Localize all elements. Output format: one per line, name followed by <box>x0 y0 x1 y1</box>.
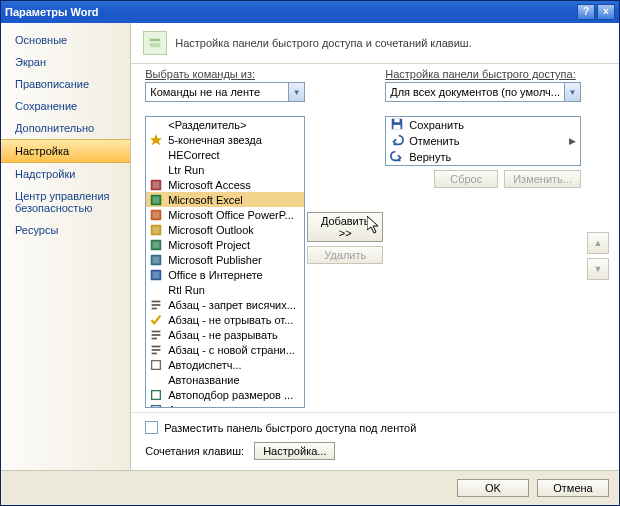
header: Настройка панели быстрого доступа и соче… <box>131 23 619 64</box>
blank-icon <box>148 148 164 162</box>
help-button[interactable]: ? <box>577 4 595 20</box>
titlebar: Параметры Word ? × <box>1 1 619 23</box>
blank-icon <box>148 118 164 132</box>
app-icon <box>148 223 164 237</box>
command-item[interactable]: Microsoft Access <box>146 177 304 192</box>
qat-item[interactable]: Вернуть <box>386 149 580 165</box>
add-button[interactable]: Добавить >> <box>307 212 383 242</box>
app-icon <box>148 268 164 282</box>
sidebar: ОсновныеЭкранПравописаниеСохранениеДопол… <box>1 23 131 470</box>
command-item[interactable]: Rtl Run <box>146 282 304 297</box>
command-item[interactable]: Абзац - не разрывать <box>146 327 304 342</box>
commands-listbox[interactable]: <Разделитель>5-конечная звездаHECorrectL… <box>145 116 305 408</box>
command-label: Абзац - не разрывать <box>168 329 277 341</box>
command-item[interactable]: HECorrect <box>146 147 304 162</box>
choose-from-value: Команды не на ленте <box>146 86 288 98</box>
ok-button[interactable]: OK <box>457 479 529 497</box>
command-item[interactable]: Автоподбор размеров ... <box>146 387 304 402</box>
svg-rect-17 <box>152 304 161 306</box>
chevron-down-icon[interactable]: ▼ <box>288 83 304 101</box>
customize-icon <box>143 31 167 55</box>
below-ribbon-checkbox[interactable] <box>145 421 158 434</box>
qat-listbox[interactable]: СохранитьОтменить▶Вернуть <box>385 116 581 166</box>
command-label: Rtl Run <box>168 284 205 296</box>
app-icon <box>148 208 164 222</box>
svg-rect-25 <box>152 360 161 369</box>
app-icon <box>148 178 164 192</box>
qat-scope-combo[interactable]: Для всех документов (по умолч... ▼ <box>385 82 581 102</box>
shortcuts-customize-button[interactable]: Настройка... <box>254 442 335 460</box>
svg-rect-23 <box>152 349 161 351</box>
choose-from-label: Выбрать команды из: <box>145 68 305 80</box>
svg-rect-30 <box>395 119 400 123</box>
command-item[interactable]: Microsoft Project <box>146 237 304 252</box>
move-up-button[interactable]: ▲ <box>587 232 609 254</box>
command-label: Microsoft Excel <box>168 194 243 206</box>
qat-item-label: Отменить <box>409 135 459 147</box>
gen-icon <box>148 358 164 372</box>
command-item[interactable]: Автопометка элементо... <box>146 402 304 407</box>
cancel-button[interactable]: Отмена <box>537 479 609 497</box>
command-item[interactable]: Office в Интернете <box>146 267 304 282</box>
app-icon <box>148 238 164 252</box>
sidebar-item[interactable]: Основные <box>1 29 130 51</box>
sidebar-item[interactable]: Правописание <box>1 73 130 95</box>
svg-rect-0 <box>150 39 161 42</box>
command-label: Microsoft Project <box>168 239 250 251</box>
command-item[interactable]: Абзац - с новой страни... <box>146 342 304 357</box>
check-icon <box>148 313 164 327</box>
dialog-footer: OK Отмена <box>1 470 619 505</box>
chevron-down-icon[interactable]: ▼ <box>564 83 580 101</box>
svg-rect-15 <box>153 271 160 278</box>
blank-icon <box>148 373 164 387</box>
command-item[interactable]: Microsoft Outlook <box>146 222 304 237</box>
modify-button[interactable]: Изменить... <box>504 170 581 188</box>
window-title: Параметры Word <box>5 6 98 18</box>
sidebar-item[interactable]: Экран <box>1 51 130 73</box>
command-item[interactable]: Microsoft Publisher <box>146 252 304 267</box>
command-label: Office в Интернете <box>168 269 262 281</box>
command-item[interactable]: Microsoft Office PowerP... <box>146 207 304 222</box>
svg-rect-5 <box>153 196 160 203</box>
command-label: <Разделитель> <box>168 119 246 131</box>
para-icon <box>148 298 164 312</box>
sidebar-item[interactable]: Настройка <box>1 139 130 163</box>
svg-rect-16 <box>152 300 161 302</box>
svg-rect-21 <box>152 337 157 339</box>
command-item[interactable]: 5-конечная звезда <box>146 132 304 147</box>
svg-rect-27 <box>152 405 161 407</box>
command-label: 5-конечная звезда <box>168 134 262 146</box>
svg-rect-7 <box>153 211 160 218</box>
command-item[interactable]: Ltr Run <box>146 162 304 177</box>
qat-item[interactable]: Отменить▶ <box>386 133 580 149</box>
move-down-button[interactable]: ▼ <box>587 258 609 280</box>
gen-icon <box>148 403 164 408</box>
svg-rect-18 <box>152 307 157 309</box>
sidebar-item[interactable]: Надстройки <box>1 163 130 185</box>
command-item[interactable]: Абзац - не отрывать от... <box>146 312 304 327</box>
app-icon <box>148 193 164 207</box>
sidebar-item[interactable]: Центр управления безопасностью <box>1 185 130 219</box>
command-item[interactable]: Абзац - запрет висячих... <box>146 297 304 312</box>
qat-item-label: Вернуть <box>409 151 451 163</box>
qat-item[interactable]: Сохранить <box>386 117 580 133</box>
qat-label: Настройка панели быстрого доступа: <box>385 68 609 80</box>
qat-item-label: Сохранить <box>409 119 464 131</box>
sidebar-item[interactable]: Сохранение <box>1 95 130 117</box>
redo-icon <box>390 149 404 165</box>
command-label: Абзац - с новой страни... <box>168 344 295 356</box>
sidebar-item[interactable]: Ресурсы <box>1 219 130 241</box>
command-item[interactable]: Microsoft Excel <box>146 192 304 207</box>
command-item[interactable]: <Разделитель> <box>146 117 304 132</box>
close-button[interactable]: × <box>597 4 615 20</box>
remove-button[interactable]: Удалить <box>307 246 383 264</box>
svg-rect-20 <box>152 334 161 336</box>
command-label: HECorrect <box>168 149 219 161</box>
svg-rect-9 <box>153 226 160 233</box>
command-item[interactable]: Автодиспетч... <box>146 357 304 372</box>
command-label: Автоподбор размеров ... <box>168 389 293 401</box>
command-item[interactable]: Автоназвание <box>146 372 304 387</box>
choose-from-combo[interactable]: Команды не на ленте ▼ <box>145 82 305 102</box>
sidebar-item[interactable]: Дополнительно <box>1 117 130 139</box>
reset-button[interactable]: Сброс <box>434 170 498 188</box>
